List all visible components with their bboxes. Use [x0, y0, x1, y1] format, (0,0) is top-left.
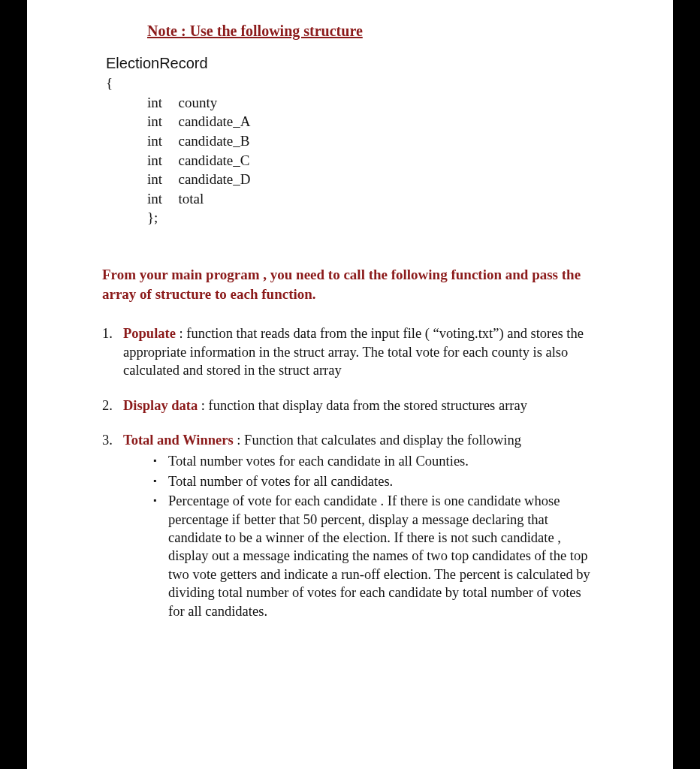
function-name: Display data [123, 398, 198, 413]
function-name: Populate [123, 326, 176, 341]
list-item: Total and Winners : Function that calcul… [102, 431, 598, 620]
bullet-item: Total number votes for each candidate in… [153, 452, 598, 470]
struct-open-brace: { [106, 74, 598, 93]
struct-definition: ElectionRecord { int county int candidat… [106, 53, 598, 228]
struct-field: int total [147, 189, 598, 209]
function-desc: : Function that calculates and display t… [237, 433, 521, 448]
struct-fields: int county int candidate_A int candidate… [147, 93, 598, 228]
struct-field: int candidate_A [147, 112, 598, 131]
function-name: Total and Winners [123, 433, 234, 448]
list-item: Populate : function that reads data from… [102, 324, 598, 379]
note-heading: Note : Use the following structure [147, 23, 598, 40]
main-instruction: From your main program , you need to cal… [102, 265, 598, 303]
struct-field: int candidate_B [147, 131, 598, 151]
struct-name: ElectionRecord [106, 53, 598, 74]
bullet-item: Percentage of vote for each candidate . … [153, 492, 598, 620]
struct-field: int county [147, 93, 598, 113]
bullet-list: Total number votes for each candidate in… [153, 452, 598, 620]
function-list: Populate : function that reads data from… [102, 324, 598, 620]
document-page: Note : Use the following structure Elect… [27, 0, 673, 769]
function-desc: : function that display data from the st… [201, 398, 527, 413]
function-desc: : function that reads data from the inpu… [123, 326, 584, 378]
struct-field: int candidate_D [147, 170, 598, 189]
struct-close-brace: }; [147, 208, 598, 228]
struct-field: int candidate_C [147, 151, 598, 170]
list-item: Display data : function that display dat… [102, 397, 598, 415]
bullet-item: Total number of votes for all candidates… [153, 472, 598, 490]
